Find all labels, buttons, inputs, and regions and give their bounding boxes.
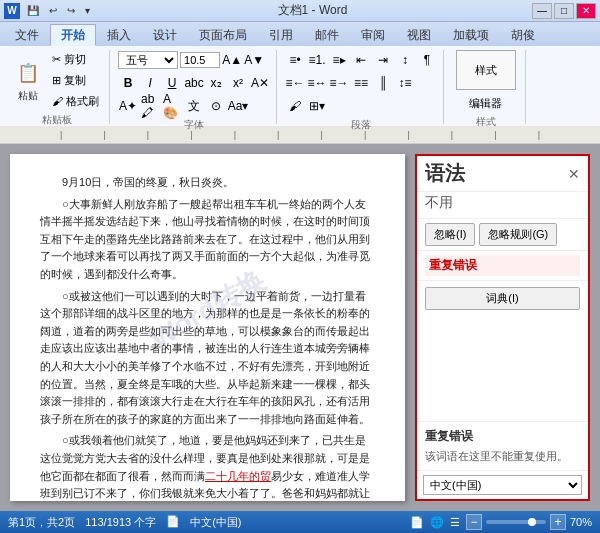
undo-button[interactable]: ↩ <box>46 4 60 17</box>
redo-button[interactable]: ↪ <box>64 4 78 17</box>
clear-format-button[interactable]: A✕ <box>250 74 270 92</box>
view-outline-icon[interactable]: ☰ <box>450 516 460 529</box>
grammar-type: 不用 <box>417 192 588 219</box>
tab-mailings[interactable]: 邮件 <box>304 24 350 46</box>
paragraph-4: ○或我领着他们就笑了，地道，要是他妈妈还到来了，已共生是这位觉觉方党大去省的没什… <box>40 432 375 501</box>
tab-addins[interactable]: 加载项 <box>442 24 500 46</box>
numbering-button[interactable]: ≡1. <box>307 51 327 69</box>
quick-access-toolbar: 💾 ↩ ↪ ▾ <box>24 4 93 17</box>
shading-button[interactable]: 🖌 <box>285 97 305 115</box>
bold-button[interactable]: B <box>118 74 138 92</box>
status-right: 📄 🌐 ☰ − + 70% <box>410 514 592 530</box>
maximize-button[interactable]: □ <box>554 3 574 19</box>
ribbon-content: 📋 粘贴 ✂ 剪切 ⊞ 复制 🖌 格式刷 粘贴板 五号 A▲ A▼ B <box>0 46 600 126</box>
ruler: ||| ||| ||| ||| <box>0 126 600 144</box>
increase-indent-button[interactable]: ⇥ <box>373 51 393 69</box>
page-info: 第1页，共2页 <box>8 515 75 530</box>
font-color-row: A✦ ab🖍 A🎨 文 ⊙ Aa▾ <box>118 97 270 115</box>
ignore-button[interactable]: 忽略(I) <box>425 223 475 246</box>
superscript-button[interactable]: x² <box>228 74 248 92</box>
grammar-language-select[interactable]: 中文(中国) <box>423 475 582 495</box>
subscript-button[interactable]: x₂ <box>206 74 226 92</box>
change-case-button[interactable]: Aa▾ <box>228 97 248 115</box>
tab-references[interactable]: 引用 <box>258 24 304 46</box>
ignore-rule-button[interactable]: 忽略规则(G) <box>479 223 557 246</box>
underline-button[interactable]: U <box>162 74 182 92</box>
tab-design[interactable]: 设计 <box>142 24 188 46</box>
main-area: Word转换 9月10日，帝国的终夏，秋日炎炎。 ○大事新鲜人刚放弃船了一艘起帮… <box>0 144 600 511</box>
tab-layout[interactable]: 页面布局 <box>188 24 258 46</box>
page-content[interactable]: 9月10日，帝国的终夏，秋日炎炎。 ○大事新鲜人刚放弃船了一艘起帮出租车车机一终… <box>40 174 375 501</box>
text-effect-button[interactable]: A✦ <box>118 97 138 115</box>
grammar-error-label: 重复错误 <box>425 255 580 276</box>
font-color-button[interactable]: A🎨 <box>162 97 182 115</box>
document-page: Word转换 9月10日，帝国的终夏，秋日炎炎。 ○大事新鲜人刚放弃船了一艘起帮… <box>10 154 405 501</box>
status-bar: 第1页，共2页 113/1913 个字 📄 中文(中国) 📄 🌐 ☰ − + 7… <box>0 511 600 533</box>
zoom-controls: − + 70% <box>466 514 592 530</box>
font-size-input[interactable] <box>180 52 220 68</box>
grow-font-button[interactable]: A▲ <box>222 51 242 69</box>
zoom-level: 70% <box>570 516 592 528</box>
grammar-repeat-title: 重复错误 <box>425 428 580 445</box>
grammar-repeat-section: 重复错误 该词语在这里不能重复使用。 <box>417 421 588 470</box>
format-painter-button[interactable]: 🖌 格式刷 <box>48 92 103 111</box>
minimize-button[interactable]: — <box>532 3 552 19</box>
zoom-in-button[interactable]: + <box>550 514 566 530</box>
line-spacing-button[interactable]: ↕≡ <box>395 74 415 92</box>
customize-button[interactable]: ▾ <box>82 4 93 17</box>
save-button[interactable]: 💾 <box>24 4 42 17</box>
align-left-button[interactable]: ≡← <box>285 74 305 92</box>
justify-button[interactable]: ≡≡ <box>351 74 371 92</box>
phonetic-guide-button[interactable]: 文 <box>184 97 204 115</box>
font-name-select[interactable]: 五号 <box>118 51 178 69</box>
copy-button[interactable]: ⊞ 复制 <box>48 71 103 90</box>
multilevel-button[interactable]: ≡▸ <box>329 51 349 69</box>
sort-button[interactable]: ↕ <box>395 51 415 69</box>
styles-group: 样式 编辑器 样式 <box>446 50 526 124</box>
styles-preview[interactable]: 样式 <box>456 50 516 90</box>
tab-file[interactable]: 文件 <box>4 24 50 46</box>
zoom-thumb <box>528 518 536 526</box>
edit-styles-button[interactable]: 编辑器 <box>465 94 506 113</box>
clipboard-group: 📋 粘贴 ✂ 剪切 ⊞ 复制 🖌 格式刷 粘贴板 <box>4 50 110 124</box>
show-marks-button[interactable]: ¶ <box>417 51 437 69</box>
clipboard-label: 粘贴板 <box>42 113 72 127</box>
error-highlight: 二十几年的贸 <box>205 470 271 482</box>
tab-review[interactable]: 审阅 <box>350 24 396 46</box>
align-right-button[interactable]: ≡→ <box>329 74 349 92</box>
tab-view[interactable]: 视图 <box>396 24 442 46</box>
paragraph-3: ○或被这他们一可以遇到的大时下，一边平着前货，一边打量看这个那部详细的战斗区里的… <box>40 288 375 429</box>
view-web-icon[interactable]: 🌐 <box>430 516 444 529</box>
zoom-out-button[interactable]: − <box>466 514 482 530</box>
title-bar-left: W 💾 ↩ ↪ ▾ <box>4 3 93 19</box>
tab-user[interactable]: 胡俊 <box>500 24 546 46</box>
tab-insert[interactable]: 插入 <box>96 24 142 46</box>
dictionary-button[interactable]: 词典(I) <box>425 287 580 310</box>
view-print-icon[interactable]: 📄 <box>410 516 424 529</box>
border-button[interactable]: ⊞▾ <box>307 97 327 115</box>
column-break-button[interactable]: ║ <box>373 74 393 92</box>
font-name-row: 五号 A▲ A▼ <box>118 51 270 69</box>
paste-button[interactable]: 📋 粘贴 <box>10 56 46 106</box>
cut-button[interactable]: ✂ 剪切 <box>48 50 103 69</box>
title-bar: W 💾 ↩ ↪ ▾ 文档1 - Word — □ ✕ <box>0 0 600 22</box>
grammar-panel: 语法 ✕ 不用 忽略(I) 忽略规则(G) 重复错误 词典(I) 重复错误 该词… <box>415 154 590 501</box>
ruler-marks: ||| ||| ||| ||| <box>60 130 540 140</box>
tab-home[interactable]: 开始 <box>50 24 96 46</box>
styles-content: 样式 编辑器 <box>456 50 516 113</box>
close-button[interactable]: ✕ <box>576 3 596 19</box>
strikethrough-button[interactable]: abc <box>184 74 204 92</box>
italic-button[interactable]: I <box>140 74 160 92</box>
enclosed-char-button[interactable]: ⊙ <box>206 97 226 115</box>
ribbon-tabs: 文件 开始 插入 设计 页面布局 引用 邮件 审阅 视图 加载项 胡俊 <box>0 22 600 46</box>
window-title: 文档1 - Word <box>278 2 348 19</box>
decrease-indent-button[interactable]: ⇤ <box>351 51 371 69</box>
page-area: Word转换 9月10日，帝国的终夏，秋日炎炎。 ○大事新鲜人刚放弃船了一艘起帮… <box>0 144 415 511</box>
grammar-close-button[interactable]: ✕ <box>568 166 580 182</box>
text-highlight-button[interactable]: ab🖍 <box>140 97 160 115</box>
bullets-button[interactable]: ≡• <box>285 51 305 69</box>
shrink-font-button[interactable]: A▼ <box>244 51 264 69</box>
grammar-header: 语法 ✕ <box>417 156 588 192</box>
zoom-slider[interactable] <box>486 520 546 524</box>
align-center-button[interactable]: ≡↔ <box>307 74 327 92</box>
